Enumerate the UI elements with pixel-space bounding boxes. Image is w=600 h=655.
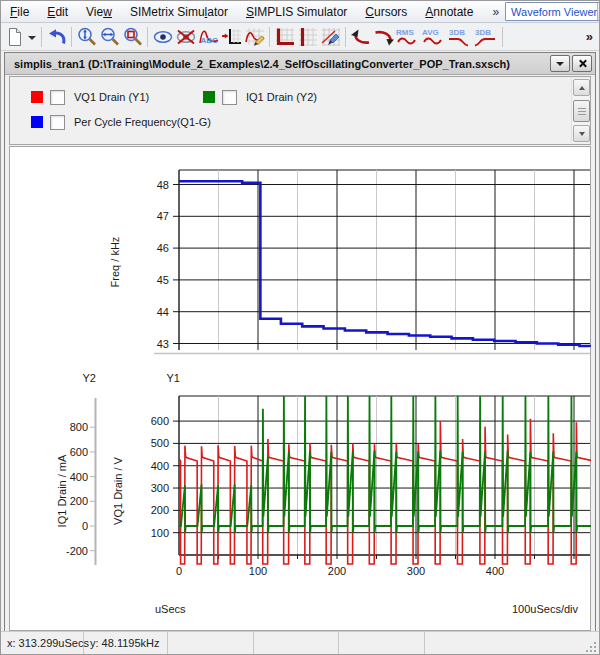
svg-text:44: 44 xyxy=(157,306,169,318)
trace-label: VQ1 Drain (Y1) xyxy=(74,91,149,103)
add-axis-icon[interactable] xyxy=(220,25,243,48)
svg-text:Y2: Y2 xyxy=(83,372,96,384)
edit-graph-icon[interactable] xyxy=(243,25,266,48)
menu-item-simetrix-simulator[interactable]: SIMetrix Simulator xyxy=(121,3,237,21)
svg-text:100uSecs/div: 100uSecs/div xyxy=(512,603,579,615)
waveform-viewer-window: { "menu": { "items": [ {"label": "File",… xyxy=(0,0,600,655)
svg-text:100: 100 xyxy=(249,565,267,577)
lowpass-3db-icon[interactable]: 3DB xyxy=(447,25,473,48)
svg-text:IQ1 Drain / mA: IQ1 Drain / mA xyxy=(56,454,68,527)
charts-svg[interactable]: 484746454443Freq / kHz600500400300200100… xyxy=(10,147,594,630)
svg-text:400: 400 xyxy=(70,471,88,483)
legend-item: Per Cycle Frequency(Q1-G) xyxy=(31,115,211,129)
svg-text:600: 600 xyxy=(151,415,169,427)
menu-item-simplis-simulator[interactable]: SIMPLIS Simulator xyxy=(237,3,356,21)
zoom-y-icon[interactable] xyxy=(75,25,98,48)
svg-text:0: 0 xyxy=(176,565,182,577)
trace-checkbox[interactable] xyxy=(50,115,65,130)
menu-item-edit[interactable]: Edit xyxy=(38,3,77,21)
avg-icon[interactable]: AVG xyxy=(421,25,447,48)
svg-text:3DB: 3DB xyxy=(475,28,491,37)
window-menu-button[interactable] xyxy=(550,55,570,72)
trace-color-swatch xyxy=(31,91,43,103)
curve-next-icon[interactable] xyxy=(372,25,395,48)
trace-checkbox[interactable] xyxy=(50,90,65,105)
status-cell xyxy=(168,632,254,654)
toolbar-separator xyxy=(269,27,270,47)
resize-grip[interactable] xyxy=(586,641,597,652)
trace-color-swatch xyxy=(31,116,43,128)
curve-label-icon[interactable]: ABC xyxy=(197,25,220,48)
svg-text:200: 200 xyxy=(151,504,169,516)
trace-label: Per Cycle Frequency(Q1-G) xyxy=(74,116,211,128)
show-curve-icon[interactable] xyxy=(151,25,174,48)
svg-text:48: 48 xyxy=(157,179,169,191)
svg-text:47: 47 xyxy=(157,210,169,222)
menu-item-file[interactable]: File xyxy=(1,3,38,21)
legend-item: IQ1 Drain (Y2) xyxy=(203,90,317,104)
status-cursor-x: x: 313.299uSecs xyxy=(1,632,84,654)
svg-text:-200: -200 xyxy=(66,545,88,557)
menu-item-view[interactable]: View xyxy=(77,3,121,21)
zoom-x-icon[interactable] xyxy=(98,25,121,48)
menu-bar: FileEditViewSIMetrix SimulatorSIMPLIS Si… xyxy=(1,1,599,23)
svg-text:200: 200 xyxy=(328,565,346,577)
toolbar-separator xyxy=(502,27,503,47)
svg-text:45: 45 xyxy=(157,274,169,286)
svg-text:43: 43 xyxy=(157,338,169,350)
toolbar: ABC RMS AVG 3DB 3DB » xyxy=(1,23,599,51)
scrollbar-thumb[interactable] xyxy=(573,100,590,122)
svg-text:46: 46 xyxy=(157,242,169,254)
zoom-box-icon[interactable] xyxy=(121,25,144,48)
viewer-select[interactable]: Waveform Viewer xyxy=(505,2,600,21)
toolbar-separator xyxy=(147,27,148,47)
svg-text:ABC: ABC xyxy=(200,35,218,44)
window-close-button[interactable] xyxy=(572,55,592,72)
svg-text:500: 500 xyxy=(151,437,169,449)
menu-overflow-chevron[interactable]: » xyxy=(488,5,503,19)
legend-scrollbar[interactable] xyxy=(571,78,589,143)
svg-text:400: 400 xyxy=(151,460,169,472)
arrow-up-icon xyxy=(579,86,585,90)
trace-label: IQ1 Drain (Y2) xyxy=(246,91,317,103)
highpass-3db-icon[interactable]: 3DB xyxy=(473,25,499,48)
svg-text:100: 100 xyxy=(151,527,169,539)
svg-text:uSecs: uSecs xyxy=(155,603,186,615)
add-grid-icon[interactable] xyxy=(273,25,296,48)
status-bar: x: 313.299uSecs y: 48.1195kHz xyxy=(1,631,599,654)
toolbar-overflow-chevron[interactable]: » xyxy=(586,29,593,44)
trace-checkbox[interactable] xyxy=(222,90,237,105)
svg-text:VQ1 Drain / V: VQ1 Drain / V xyxy=(112,456,124,525)
scroll-up-button[interactable] xyxy=(573,79,590,96)
legend-panel: VQ1 Drain (Y1)IQ1 Drain (Y2)Per Cycle Fr… xyxy=(9,76,591,145)
graph-window: simplis_tran1 (D:\Training\Module_2_Exam… xyxy=(4,52,596,634)
status-cursor-y: y: 48.1195kHz xyxy=(84,632,168,654)
hide-curve-icon[interactable] xyxy=(174,25,197,48)
svg-text:800: 800 xyxy=(70,421,88,433)
menu-item-cursors[interactable]: Cursors xyxy=(356,3,416,21)
graph-plot-area[interactable]: 484746454443Freq / kHz600500400300200100… xyxy=(9,146,591,631)
svg-text:AVG: AVG xyxy=(422,28,439,37)
svg-text:300: 300 xyxy=(151,482,169,494)
window-menu-icon xyxy=(556,62,564,66)
svg-text:600: 600 xyxy=(70,446,88,458)
new-graph-icon[interactable] xyxy=(3,25,26,48)
svg-text:400: 400 xyxy=(486,565,504,577)
legend-item: VQ1 Drain (Y1) xyxy=(31,90,149,104)
new-graph-dropdown-icon[interactable] xyxy=(26,25,38,48)
graph-window-titlebar[interactable]: simplis_tran1 (D:\Training\Module_2_Exam… xyxy=(5,53,595,75)
graph-window-title: simplis_tran1 (D:\Training\Module_2_Exam… xyxy=(14,58,548,70)
svg-text:Y1: Y1 xyxy=(167,372,180,384)
toolbar-separator xyxy=(41,27,42,47)
scroll-down-button[interactable] xyxy=(573,125,590,142)
curve-previous-icon[interactable] xyxy=(349,25,372,48)
status-cell xyxy=(254,632,339,654)
status-cell xyxy=(339,632,425,654)
edit-grid-icon[interactable] xyxy=(319,25,342,48)
toolbar-separator xyxy=(345,27,346,47)
undo-icon[interactable] xyxy=(45,25,68,48)
arrow-down-icon xyxy=(579,132,585,136)
menu-item-annotate[interactable]: Annotate xyxy=(416,3,482,21)
rms-icon[interactable]: RMS xyxy=(395,25,421,48)
add-divider-icon[interactable] xyxy=(296,25,319,48)
